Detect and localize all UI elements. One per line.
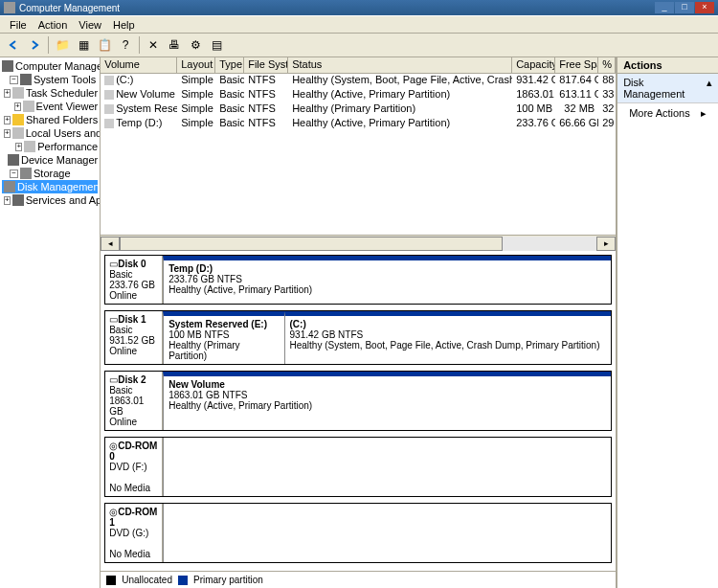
scroll-thumb[interactable]	[120, 237, 503, 251]
forward-button[interactable]	[25, 35, 44, 55]
volume-row[interactable]: New VolumeSimpleBasicNTFSHealthy (Active…	[101, 88, 616, 102]
partition[interactable]: Temp (D:)233.76 GB NTFSHealthy (Active, …	[163, 256, 611, 304]
optical-block[interactable]: ◎CD-ROM 1DVD (G:)No Media	[104, 503, 612, 563]
col-freespace[interactable]: Free Space	[555, 57, 598, 73]
menu-view[interactable]: View	[73, 18, 107, 32]
legend: Unallocated Primary partition	[101, 571, 616, 588]
col-layout[interactable]: Layout	[177, 57, 215, 73]
disk-block[interactable]: ▭Disk 0Basic233.76 GBOnlineTemp (D:)233.…	[104, 255, 612, 305]
expand-icon[interactable]: +	[15, 143, 22, 151]
show-tree-button[interactable]: ▦	[74, 35, 93, 55]
col-filesystem[interactable]: File System	[244, 57, 288, 73]
optical-block[interactable]: ◎CD-ROM 0DVD (F:)No Media	[104, 437, 612, 497]
legend-unallocated-swatch	[106, 576, 116, 585]
up-button[interactable]: 📁	[53, 35, 72, 55]
col-status[interactable]: Status	[288, 57, 512, 73]
tree-diskmgmt[interactable]: Disk Management	[2, 180, 98, 193]
disk-block[interactable]: ▭Disk 2Basic1863.01 GBOnlineNew Volume18…	[104, 371, 612, 431]
collapse-icon[interactable]: −	[10, 76, 18, 84]
actions-section-label: Disk Management	[623, 77, 707, 100]
disk-icon	[4, 181, 15, 192]
menu-file[interactable]: File	[4, 18, 33, 32]
expand-icon[interactable]: +	[4, 89, 11, 98]
help-button[interactable]: ?	[116, 35, 135, 55]
collapse-icon: ▴	[707, 77, 712, 100]
tree-root[interactable]: Computer Management (Local)	[2, 59, 98, 73]
legend-primary-swatch	[178, 576, 188, 585]
volume-header: Volume Layout Type File System Status Ca…	[101, 57, 616, 74]
tree-item[interactable]: +Shared Folders	[2, 113, 98, 126]
collapse-icon[interactable]: −	[10, 170, 18, 178]
partition[interactable]: New Volume1863.01 GB NTFSHealthy (Active…	[163, 372, 611, 430]
more-actions[interactable]: More Actions ▸	[617, 103, 718, 124]
back-button[interactable]	[4, 35, 23, 55]
scroll-track[interactable]	[120, 237, 596, 251]
legend-primary-label: Primary partition	[193, 575, 263, 585]
perf-icon	[24, 141, 35, 152]
menu-bar: File Action View Help	[0, 15, 718, 33]
expand-icon[interactable]: +	[4, 116, 11, 124]
window-buttons: _ □ ×	[654, 2, 714, 13]
tree-label: Performance	[37, 141, 98, 152]
empty-partition	[163, 438, 611, 496]
settings-button[interactable]: ⚙	[186, 35, 205, 55]
refresh-button[interactable]: ✕	[144, 35, 163, 55]
disk-header: ▭Disk 0Basic233.76 GBOnline	[105, 256, 163, 304]
services-icon	[12, 194, 24, 206]
tree-label: Storage	[34, 168, 71, 179]
col-volume[interactable]: Volume	[101, 57, 177, 73]
tree-label: Shared Folders	[26, 114, 98, 125]
maximize-button[interactable]: □	[675, 2, 694, 13]
tree-label: System Tools	[34, 74, 96, 85]
menu-help[interactable]: Help	[107, 18, 141, 32]
col-pctfree[interactable]: % F	[598, 57, 616, 73]
device-icon	[8, 154, 19, 166]
properties-button[interactable]: 📋	[95, 35, 114, 55]
menu-action[interactable]: Action	[33, 18, 74, 32]
disk-icon: ▭	[109, 314, 118, 325]
col-type[interactable]: Type	[215, 57, 244, 73]
tree-item[interactable]: Device Manager	[2, 153, 98, 167]
volume-row[interactable]: (C:)SimpleBasicNTFSHealthy (System, Boot…	[101, 74, 616, 88]
volume-row[interactable]: System Reserved (E:)SimpleBasicNTFSHealt…	[101, 102, 616, 117]
actions-section[interactable]: Disk Management ▴	[617, 74, 718, 103]
tree-label: Task Scheduler	[26, 87, 98, 99]
disk-block[interactable]: ▭Disk 1Basic931.52 GBOnlineSystem Reserv…	[104, 310, 612, 365]
tree-storage[interactable]: −Storage	[2, 167, 98, 180]
tree-item[interactable]: +Event Viewer	[2, 100, 98, 113]
expand-icon[interactable]: +	[14, 102, 21, 111]
tree-item[interactable]: +Services and Applications	[2, 193, 98, 207]
scroll-right[interactable]: ▸	[596, 237, 616, 251]
toolbar: 📁 ▦ 📋 ? ✕ 🖶 ⚙ ▤	[0, 33, 718, 57]
empty-partition	[163, 504, 611, 562]
view-button[interactable]: ▤	[207, 35, 226, 55]
export-button[interactable]: 🖶	[165, 35, 184, 55]
more-actions-label: More Actions	[629, 107, 690, 120]
partition[interactable]: System Reserved (E:)100 MB NTFSHealthy (…	[163, 311, 283, 364]
expand-icon[interactable]: +	[4, 196, 11, 205]
legend-unallocated-label: Unallocated	[122, 575, 172, 585]
app-icon	[4, 2, 15, 13]
tree-label: Local Users and Groups	[26, 127, 101, 139]
partition[interactable]: (C:)931.42 GB NTFSHealthy (System, Boot,…	[284, 311, 612, 364]
tree-item[interactable]: +Local Users and Groups	[2, 126, 98, 140]
window-title: Computer Management	[19, 3, 120, 13]
tree-item[interactable]: +Performance	[2, 140, 98, 153]
minimize-button[interactable]: _	[655, 2, 674, 13]
disk-icon: ▭	[109, 259, 118, 269]
volume-row[interactable]: Temp (D:)SimpleBasicNTFSHealthy (Active,…	[101, 117, 616, 131]
storage-icon	[20, 168, 32, 179]
tree-label: Services and Applications	[26, 194, 101, 206]
scroll-left[interactable]: ◂	[101, 237, 120, 251]
tree-systools[interactable]: −System Tools	[2, 73, 98, 86]
volume-list: Volume Layout Type File System Status Ca…	[101, 57, 616, 235]
volume-icon	[104, 76, 114, 85]
volume-icon	[104, 90, 114, 100]
horizontal-scroll[interactable]: ◂ ▸	[101, 235, 616, 251]
chevron-right-icon: ▸	[701, 107, 707, 120]
col-capacity[interactable]: Capacity	[512, 57, 555, 73]
disk-header: ◎CD-ROM 0DVD (F:)No Media	[105, 438, 163, 496]
tree-item[interactable]: +Task Scheduler	[2, 86, 98, 100]
close-button[interactable]: ×	[695, 2, 714, 13]
expand-icon[interactable]: +	[4, 129, 11, 138]
